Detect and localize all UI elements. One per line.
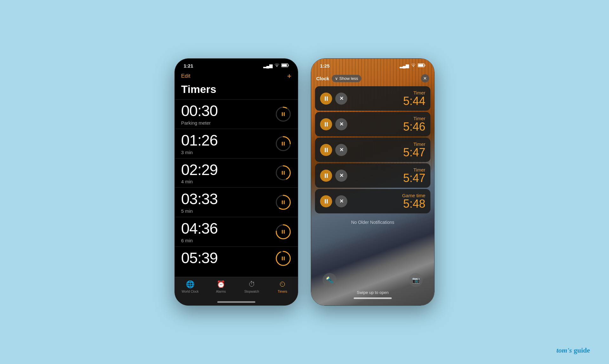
notif-row-4: ✕ Timer 5:47	[315, 163, 430, 188]
timer-label-3: 4 min	[181, 179, 218, 184]
notif-row-5: ✕ Game time 5:48	[315, 189, 430, 213]
timer-item-3: 02:29 4 min	[175, 158, 298, 188]
battery-icon-right	[418, 63, 425, 68]
timer-time-2: 01:26	[181, 132, 218, 149]
no-older-notifications: No Older Notifications	[311, 215, 434, 227]
timer-item-1: 00:30 Parking meter	[175, 99, 298, 129]
timer-item-5: 04:36 6 min	[175, 217, 298, 246]
notif-timer-time-3: 5:47	[403, 147, 425, 158]
notif-row-2: ✕ Timer 5:46	[315, 112, 430, 136]
notif-row-3: ✕ Timer 5:47	[315, 138, 430, 162]
notif-timer-time-4: 5:47	[403, 172, 425, 184]
notif-pause-button-2[interactable]	[320, 118, 332, 130]
notif-timer-info-5: Game time 5:48	[402, 193, 425, 210]
home-indicator-left	[217, 301, 255, 303]
timer-time-5: 04:36	[181, 220, 218, 237]
timer-circle-6[interactable]	[275, 250, 291, 267]
notif-pause-button-1[interactable]	[320, 93, 332, 105]
clock-header: Clock ∨ Show less ✕	[311, 72, 434, 85]
world-clock-icon: 🌐	[186, 280, 194, 289]
nav-bar-left: Edit +	[175, 70, 298, 83]
tab-timers-label: Timers	[278, 290, 287, 293]
timer-label-4: 5 min	[181, 208, 218, 214]
notif-timer-time-5: 5:48	[402, 198, 425, 210]
swipe-up-text: Swipe up to open	[311, 290, 434, 295]
timer-item-2: 01:26 3 min	[175, 129, 298, 158]
show-less-label: Show less	[339, 76, 358, 81]
timer-circle-2[interactable]	[275, 135, 291, 152]
notif-timer-info-2: Timer 5:46	[403, 116, 425, 133]
notif-timer-info-3: Timer 5:47	[403, 141, 425, 158]
tab-stopwatch-label: Stopwatch	[244, 290, 259, 293]
timers-icon: ⏲	[279, 280, 286, 289]
status-bar-left: 1:21 ▂▄▆	[175, 59, 298, 70]
close-icon: ✕	[423, 76, 427, 81]
notif-timer-time-2: 5:46	[403, 121, 425, 133]
lockscreen-icons: 🔦 📷	[311, 270, 434, 290]
notification-area: Clock ∨ Show less ✕ ✕	[311, 72, 434, 213]
svg-rect-17	[418, 64, 423, 67]
timer-circle-3[interactable]	[275, 165, 291, 181]
status-icons-right: ▂▄▆	[400, 63, 425, 68]
timer-circle-4[interactable]	[275, 194, 291, 211]
notif-pause-button-5[interactable]	[320, 195, 332, 207]
tab-alarms[interactable]: ⏰ Alarms	[206, 280, 236, 293]
notif-cancel-button-3[interactable]: ✕	[335, 144, 347, 156]
timer-list: 00:30 Parking meter	[175, 99, 298, 289]
notif-pause-button-4[interactable]	[320, 170, 332, 182]
battery-icon	[281, 63, 289, 68]
tab-stopwatch[interactable]: ⏱ Stopwatch	[236, 280, 267, 293]
timer-time-6: 05:39	[181, 250, 218, 267]
timer-item-4: 03:33 5 min	[175, 187, 298, 217]
svg-rect-16	[425, 65, 425, 66]
notif-pause-button-3[interactable]	[320, 144, 332, 156]
status-time-right: 1:25	[320, 63, 330, 68]
timer-label-1: Parking meter	[181, 120, 218, 126]
flashlight-icon[interactable]: 🔦	[323, 273, 337, 287]
status-time-left: 1:21	[184, 63, 193, 68]
notif-timer-time-1: 5:44	[403, 95, 425, 107]
timer-circle-1[interactable]	[275, 106, 291, 122]
notif-cancel-button-2[interactable]: ✕	[335, 118, 347, 130]
status-icons-left: ▂▄▆	[263, 63, 289, 68]
wifi-icon-right	[411, 63, 416, 68]
timer-time-1: 00:30	[181, 103, 218, 120]
tab-timers[interactable]: ⏲ Timers	[267, 280, 298, 293]
tab-alarms-label: Alarms	[216, 290, 226, 293]
tab-world-clock-label: World Clock	[182, 290, 199, 293]
timer-time-3: 02:29	[181, 162, 218, 179]
notif-cancel-button-1[interactable]: ✕	[335, 93, 347, 105]
notif-row-1: ✕ Timer 5:44	[315, 86, 430, 111]
toms-guide-watermark: tom's guide	[556, 346, 590, 354]
edit-button[interactable]: Edit	[181, 73, 190, 79]
notif-timer-info-1: Timer 5:44	[403, 90, 425, 107]
tab-world-clock[interactable]: 🌐 World Clock	[175, 280, 206, 293]
screenshots-container: 1:21 ▂▄▆	[0, 0, 609, 364]
status-bar-right: 1:25 ▂▄▆	[311, 59, 434, 70]
notif-cancel-button-4[interactable]: ✕	[335, 170, 347, 182]
stopwatch-icon: ⏱	[248, 280, 255, 289]
svg-rect-2	[282, 64, 287, 67]
lockscreen-bottom: 🔦 📷 Swipe up to open	[311, 270, 434, 305]
signal-icon: ▂▄▆	[263, 63, 272, 68]
clock-app-name: Clock	[316, 76, 329, 81]
left-phone: 1:21 ▂▄▆	[174, 58, 298, 306]
chevron-down-icon: ∨	[335, 76, 338, 81]
svg-rect-1	[288, 65, 289, 66]
home-indicator-right	[354, 297, 392, 299]
timer-time-4: 03:33	[181, 191, 218, 208]
right-phone: 1:25 ▂▄▆	[311, 58, 435, 306]
timer-label-2: 3 min	[181, 150, 218, 155]
show-less-button[interactable]: ∨ Show less	[332, 75, 361, 82]
add-timer-button[interactable]: +	[287, 72, 291, 81]
page-title-left: Timers	[175, 83, 298, 99]
timer-circle-5[interactable]	[275, 224, 291, 240]
signal-icon-right: ▂▄▆	[400, 63, 409, 68]
notif-cancel-button-5[interactable]: ✕	[335, 195, 347, 207]
timer-item-6: 05:39	[175, 246, 298, 270]
notif-timer-info-4: Timer 5:47	[403, 167, 425, 184]
close-notifications-button[interactable]: ✕	[421, 74, 429, 82]
wifi-icon	[274, 63, 279, 68]
alarms-icon: ⏰	[217, 280, 225, 289]
camera-icon[interactable]: 📷	[409, 273, 423, 287]
